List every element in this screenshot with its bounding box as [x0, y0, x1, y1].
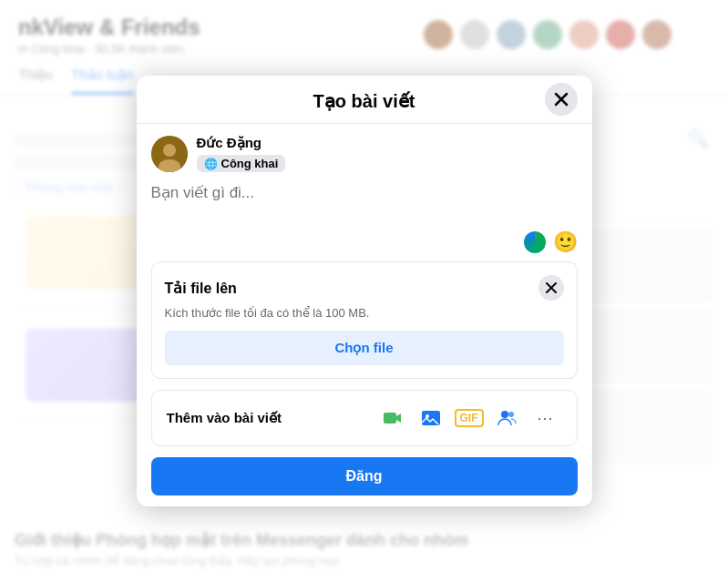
gif-badge: GIF	[455, 409, 484, 427]
add-to-post-section: Thêm vào bài viết	[151, 390, 578, 446]
add-photo-button[interactable]	[415, 402, 447, 434]
modal-title: Tạo bài viết	[313, 90, 415, 112]
more-dots: ···	[537, 409, 553, 428]
svg-point-6	[501, 411, 508, 418]
user-avatar	[151, 136, 188, 172]
modal-body: Đức Đặng 🌐 Công khai 🙂	[137, 124, 592, 506]
add-to-post-icons: GIF ···	[376, 402, 562, 434]
user-info: Đức Đặng 🌐 Công khai	[197, 135, 286, 172]
post-text-container: 🙂	[151, 183, 578, 254]
privacy-label: Công khai	[221, 157, 279, 170]
svg-rect-3	[384, 413, 396, 424]
grammarly-icon	[524, 231, 546, 253]
globe-icon: 🌐	[204, 158, 218, 170]
emoji-row: 🙂	[151, 230, 578, 254]
emoji-picker-button[interactable]: 🙂	[553, 230, 578, 254]
add-video-button[interactable]	[376, 402, 409, 434]
file-upload-description: Kích thước file tối đa có thể là 100 MB.	[165, 306, 564, 320]
file-upload-section: Tải file lên Kích thước file tối đa có t…	[151, 261, 578, 379]
add-gif-button[interactable]: GIF	[453, 402, 486, 434]
file-upload-title: Tải file lên	[165, 280, 237, 297]
file-upload-close-button[interactable]	[538, 275, 564, 301]
file-upload-header: Tải file lên	[165, 275, 564, 301]
user-row: Đức Đặng 🌐 Công khai	[151, 135, 578, 172]
modal-backdrop: Tạo bài viết	[0, 0, 728, 582]
user-name: Đức Đặng	[197, 135, 286, 151]
post-text-input[interactable]	[151, 183, 578, 227]
create-post-modal: Tạo bài viết	[137, 76, 592, 506]
choose-file-button[interactable]: Chọn file	[165, 331, 564, 365]
svg-point-7	[508, 412, 514, 417]
post-button[interactable]: Đăng	[151, 457, 578, 495]
user-privacy-badge[interactable]: 🌐 Công khai	[197, 155, 286, 172]
modal-close-button[interactable]	[545, 83, 578, 116]
modal-header: Tạo bài viết	[137, 76, 592, 124]
add-tag-button[interactable]	[491, 402, 524, 434]
add-to-post-label: Thêm vào bài viết	[167, 410, 282, 426]
svg-point-1	[163, 144, 176, 157]
add-more-button[interactable]: ···	[529, 402, 562, 434]
